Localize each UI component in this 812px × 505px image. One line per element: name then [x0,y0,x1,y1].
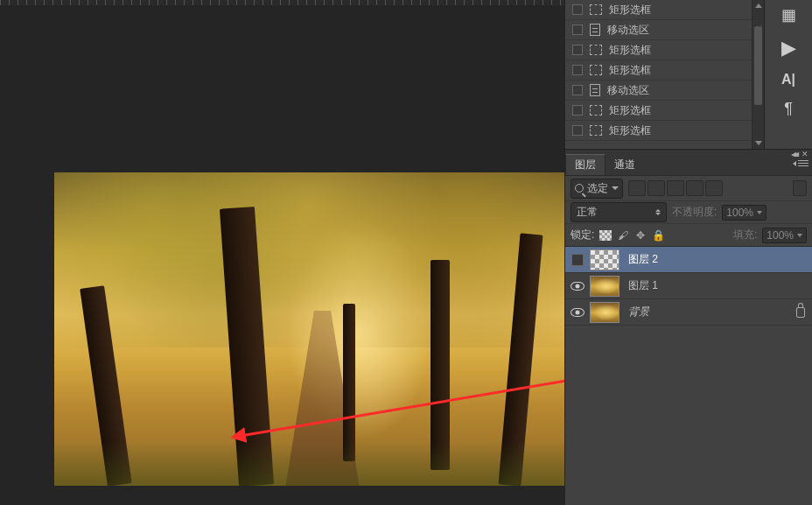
tab-layers[interactable]: 图层 [565,154,606,175]
lock-all-icon[interactable]: 🔒 [652,229,664,242]
opacity-value: 100% [726,207,753,219]
layers-panel: ◀◀ ✕ 图层 通道 选定 正常 不透明度: [564,149,812,505]
triangle-left-icon [793,161,796,166]
marquee-icon [590,45,602,55]
opacity-label: 不透明度: [672,205,717,220]
canvas-area[interactable] [0,5,564,505]
play-icon[interactable]: ▶ [781,37,796,60]
history-panel: 矩形选框 移动选区 矩形选框 矩形选框 移动选区 矩形选框 矩形选框 [564,0,764,149]
filter-smart-button[interactable] [705,180,723,196]
blend-mode-value: 正常 [577,205,598,220]
history-scrollbar[interactable] [752,0,764,149]
chevron-down-icon [612,186,619,190]
filter-adjustment-button[interactable] [648,180,665,196]
layer-name: 图层 2 [628,252,805,267]
history-check-icon [572,4,583,15]
history-check-icon [572,125,583,136]
document-canvas[interactable] [54,172,564,486]
history-check-icon [572,45,583,55]
vertical-toolbar: ▦ ▶ A| ¶ [764,0,812,149]
history-check-icon [572,65,583,75]
marquee-icon [590,65,602,75]
layers-list: 图层 2 图层 1 背景 [565,246,812,326]
opacity-input[interactable]: 100% [722,205,766,221]
layer-name: 图层 1 [628,278,805,293]
filter-shape-button[interactable] [686,180,704,196]
history-item[interactable]: 移动选区 [565,81,764,101]
lock-icon [796,307,805,318]
history-check-icon [572,105,583,116]
scroll-up-icon[interactable] [755,4,762,8]
eye-icon [570,282,584,291]
image-tree [343,304,355,461]
visibility-toggle[interactable] [565,282,590,291]
marquee-icon [590,4,602,15]
scroll-down-icon[interactable] [755,141,762,145]
layer-thumbnail[interactable] [590,302,620,323]
fill-label: 填充: [733,228,757,242]
history-check-icon [572,85,583,95]
filter-toggle-button[interactable] [793,180,807,196]
panel-tabs: 图层 通道 [565,157,812,176]
menu-bars-icon [798,160,808,167]
search-icon [575,184,584,193]
layer-row[interactable]: 背景 [565,299,812,326]
layer-thumbnail[interactable] [590,276,620,297]
history-label: 矩形选框 [609,3,651,18]
history-item[interactable]: 矩形选框 [565,40,764,60]
visibility-toggle[interactable] [565,254,590,266]
filter-type-buttons [628,180,723,196]
blend-mode-row: 正常 不透明度: 100% [565,200,812,223]
filter-label: 选定 [587,181,608,196]
image-foliage [54,172,564,347]
paragraph-panel-icon[interactable]: ¶ [784,100,793,118]
character-panel-icon[interactable]: A| [781,72,795,88]
updown-icon [655,209,661,215]
history-label: 矩形选框 [609,123,651,138]
fill-value: 100% [766,229,794,242]
layer-thumbnail[interactable] [590,249,620,270]
history-item[interactable]: 矩形选框 [565,121,764,141]
history-item[interactable]: 矩形选框 [565,101,764,121]
image-grass [54,442,564,486]
panel-menu-icon[interactable] [793,160,808,167]
layer-filter-select[interactable]: 选定 [570,179,623,199]
lock-buttons: 🖌 ✥ 🔒 [599,229,664,242]
eye-off-icon [571,254,584,266]
chevron-down-icon [797,234,802,237]
chevron-down-icon [757,211,762,214]
expand-panels-icon[interactable]: ▦ [781,5,796,25]
lock-row: 锁定: 🖌 ✥ 🔒 填充: 100% [565,223,812,246]
history-label: 矩形选框 [609,63,651,78]
layer-filter-row: 选定 [565,176,812,200]
history-label: 移动选区 [607,23,649,38]
scrollbar-thumb[interactable] [754,26,762,105]
history-item[interactable]: 移动选区 [565,20,764,40]
fill-input[interactable]: 100% [762,228,807,243]
image-tree [430,260,450,470]
history-label: 矩形选框 [609,43,651,58]
history-check-icon [572,25,583,35]
lock-position-icon[interactable]: ✥ [634,229,647,242]
document-icon [590,24,600,36]
layer-row[interactable]: 图层 2 [565,247,812,273]
document-icon [590,84,600,96]
history-item[interactable]: 矩形选框 [565,60,764,81]
lock-pixels-icon[interactable]: 🖌 [617,229,629,242]
history-label: 矩形选框 [609,103,651,118]
history-item[interactable]: 矩形选框 [565,0,764,20]
eye-icon [570,308,584,317]
marquee-icon [590,105,602,116]
history-label: 移动选区 [607,83,649,98]
filter-type-button[interactable] [667,180,684,196]
visibility-toggle[interactable] [565,308,590,317]
lock-transparency-icon[interactable] [599,230,612,241]
filter-pixel-button[interactable] [628,180,646,196]
layer-name: 背景 [628,305,796,319]
lock-label: 锁定: [570,228,594,242]
layer-row[interactable]: 图层 1 [565,273,812,299]
marquee-icon [590,125,602,136]
blend-mode-select[interactable]: 正常 [570,202,667,222]
tab-channels[interactable]: 通道 [606,155,644,175]
